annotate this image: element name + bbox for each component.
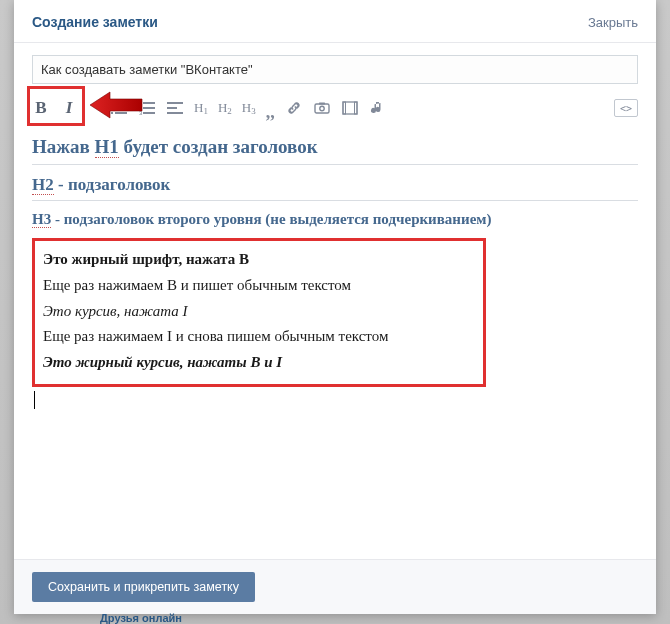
svg-rect-6: [115, 112, 127, 114]
svg-rect-1: [111, 102, 113, 104]
svg-rect-13: [167, 102, 183, 104]
modal-title: Создание заметки: [32, 14, 158, 30]
svg-point-17: [319, 106, 323, 110]
svg-rect-8: [143, 102, 155, 104]
svg-rect-20: [343, 102, 346, 114]
bold-button[interactable]: B: [32, 99, 50, 117]
create-note-modal: Создание заметки Закрыть B: [14, 0, 656, 614]
svg-rect-3: [111, 107, 113, 109]
svg-rect-16: [315, 104, 329, 113]
sample-h3: H3 - подзаголовок второго уровня (не выд…: [32, 211, 638, 228]
modal-header: Создание заметки Закрыть: [14, 0, 656, 43]
svg-rect-21: [354, 102, 357, 114]
h3-button[interactable]: H3: [242, 100, 256, 116]
svg-rect-2: [115, 102, 127, 104]
video-icon[interactable]: [341, 99, 359, 117]
audio-icon[interactable]: [369, 99, 387, 117]
link-icon[interactable]: [285, 99, 303, 117]
svg-rect-5: [111, 112, 113, 114]
svg-rect-14: [167, 107, 177, 109]
italic-button[interactable]: I: [60, 99, 78, 117]
sample-bold-italic: Это жирный курсив, нажаты B и I: [43, 352, 475, 374]
svg-rect-10: [143, 107, 155, 109]
sample-italic: Это курсив, нажата I: [43, 301, 475, 323]
quote-button[interactable]: ,,: [266, 107, 275, 117]
photo-icon[interactable]: [313, 99, 331, 117]
svg-rect-4: [115, 107, 127, 109]
modal-body: B I 123 H1 H2: [14, 43, 656, 409]
h1-button[interactable]: H1: [194, 100, 208, 116]
text-cursor: [34, 391, 35, 409]
list-numbered-icon[interactable]: 123: [138, 99, 156, 117]
align-icon[interactable]: [166, 99, 184, 117]
note-title-input[interactable]: [32, 55, 638, 84]
save-attach-button[interactable]: Сохранить и прикрепить заметку: [32, 572, 255, 602]
source-code-button[interactable]: <>: [614, 99, 638, 117]
sample-bold: Это жирный шрифт, нажата B: [43, 249, 475, 271]
h2-button[interactable]: H2: [218, 100, 232, 116]
svg-rect-15: [167, 112, 183, 114]
list-bulleted-icon[interactable]: [110, 99, 128, 117]
highlight-text-samples: Это жирный шрифт, нажата B Еще раз нажим…: [32, 238, 486, 387]
toolbar-wrap: B I 123 H1 H2: [32, 94, 638, 122]
modal-footer: Сохранить и прикрепить заметку: [14, 559, 656, 614]
sample-plain-1: Еще раз нажимаем B и пишет обычным текст…: [43, 275, 475, 297]
svg-text:3: 3: [139, 110, 143, 116]
sample-h2: H2 - подзаголовок: [32, 175, 638, 201]
svg-rect-12: [143, 112, 155, 114]
close-button[interactable]: Закрыть: [588, 15, 638, 30]
sample-h1: Нажав H1 будет создан заголовок: [32, 136, 638, 165]
sample-plain-2: Еще раз нажимаем I и снова пишем обычным…: [43, 326, 475, 348]
note-editor[interactable]: Нажав H1 будет создан заголовок H2 - под…: [32, 136, 638, 409]
svg-rect-18: [319, 103, 325, 105]
background-friends-online: Друзья онлайн: [100, 612, 182, 624]
editor-toolbar: B I 123 H1 H2: [32, 94, 638, 122]
